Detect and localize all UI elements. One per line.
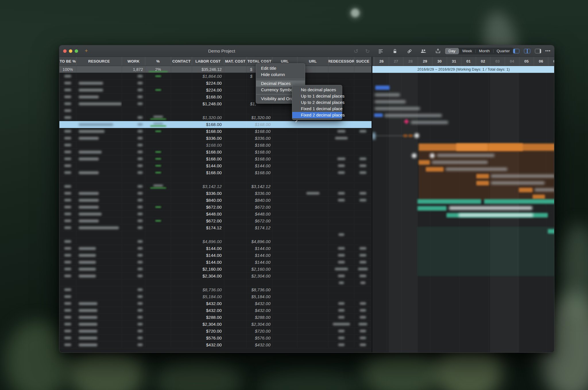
cell-to-be	[59, 162, 76, 169]
gantt-bar[interactable]	[484, 199, 554, 204]
undo-button[interactable]: ↺	[352, 45, 360, 57]
table-row[interactable]: $168.00$168.00	[59, 169, 372, 176]
table-row[interactable]: $2,304.00$2,304.00	[59, 321, 372, 328]
submenu-item-fixed-2-decimal-places[interactable]: Fixed 2 decimal places✓	[292, 112, 342, 118]
submenu-item-fixed-1-decimal-place[interactable]: Fixed 1 decimal place	[292, 106, 342, 112]
table-row[interactable]	[59, 280, 372, 286]
gantt-bar[interactable]	[374, 113, 383, 117]
gantt-bar[interactable]	[417, 199, 481, 204]
table-row[interactable]: $144.00$144.00	[59, 162, 372, 169]
column-header-successors[interactable]: SUCCE	[354, 57, 372, 66]
menu-item-edit-title[interactable]: Edit title	[256, 65, 305, 71]
titlebar[interactable]: + Demo Project ↺ ↻ DayWeekMonthQuarter	[59, 45, 554, 57]
cell-resource	[76, 218, 122, 224]
table-row[interactable]: $5,184.00$5,184.00	[59, 293, 372, 300]
column-header-pct[interactable]: %	[145, 57, 171, 66]
table-row[interactable]: $144.00$144.00	[59, 245, 372, 252]
table-row[interactable]: $168.00$168.00	[59, 121, 372, 128]
table-row[interactable]	[59, 176, 372, 183]
column-header-resource[interactable]: RESOURCE	[76, 57, 122, 66]
table-row[interactable]: $336.00$336.00	[59, 190, 372, 197]
cell-successors	[354, 252, 372, 259]
gantt-bar[interactable]	[548, 229, 554, 234]
view-segment-week[interactable]: Week	[459, 48, 475, 54]
table-row[interactable]: $168.00$168.00	[59, 128, 372, 135]
cell-resource	[76, 80, 122, 86]
redacted-successors	[359, 261, 366, 263]
lock-icon[interactable]	[390, 45, 399, 57]
table-row[interactable]: $448.00$448.00	[59, 211, 372, 218]
cell-contact	[171, 328, 192, 334]
menu-item-hide-column[interactable]: Hide column	[256, 71, 305, 78]
gantt-bar[interactable]	[519, 188, 533, 192]
gantt-bar[interactable]	[426, 167, 444, 172]
zoom-button[interactable]	[75, 49, 78, 53]
column-header-contact[interactable]: CONTACT	[171, 57, 192, 66]
gantt-bar[interactable]	[403, 134, 407, 137]
table-row[interactable]: $288.00$288.00	[59, 314, 372, 321]
column-header-to-be[interactable]: TO BE %	[59, 57, 76, 66]
table-row[interactable]	[59, 231, 372, 238]
layout-split-panel-button[interactable]	[524, 49, 530, 53]
table-row[interactable]: $3,142.12$3,142.12	[59, 183, 372, 190]
more-options-button[interactable]: •••	[545, 45, 551, 57]
view-segment-day[interactable]: Day	[445, 48, 459, 54]
milestone-circle[interactable]	[430, 153, 435, 158]
close-button[interactable]	[63, 49, 67, 53]
gantt-bar[interactable]	[375, 86, 390, 90]
table-row[interactable]: $432.00$432.00	[59, 307, 372, 314]
view-segment-month[interactable]: Month	[475, 48, 493, 54]
panel-fill	[513, 49, 515, 53]
total-cost-value: $720.00	[255, 329, 272, 333]
redacted-resource	[79, 275, 96, 278]
gantt-bar[interactable]	[419, 160, 430, 165]
milestone-circle[interactable]	[414, 133, 419, 138]
table-row[interactable]: $168.00$168.00	[59, 142, 372, 149]
table-row[interactable]: $2,160.00$2,160.00	[59, 266, 372, 273]
submenu-item-up-to-1-decimal-places[interactable]: Up to 1 decimal places	[292, 93, 342, 99]
submenu-item-no-decimal-places[interactable]: No decimal places	[292, 87, 342, 93]
table-row[interactable]: $144.00$144.00	[59, 259, 372, 266]
gantt-bar[interactable]	[409, 134, 413, 137]
cell-successors	[354, 121, 372, 128]
table-row[interactable]: $432.00$432.00	[59, 342, 372, 348]
submenu-item-up-to-2-decimal-places[interactable]: Up to 2 decimal places	[292, 99, 342, 106]
table-row[interactable]: $1,864.00$	[59, 73, 372, 80]
view-segment-quarter[interactable]: Quarter	[493, 48, 513, 54]
column-header-mat-cost[interactable]: MAT. COST	[224, 57, 247, 66]
table-row[interactable]: $336.00$336.00	[59, 135, 372, 142]
table-row[interactable]: $144.00$144.00	[59, 252, 372, 259]
table-row[interactable]: $672.00$672.00	[59, 218, 372, 224]
link-icon[interactable]	[405, 45, 414, 57]
summary-row[interactable]: 100%1,8722%$35,246.12$	[59, 66, 372, 73]
table-row[interactable]: $174.12$174.12	[59, 224, 372, 231]
table-row[interactable]: $2,304.00$2,304.00	[59, 273, 372, 280]
table-row[interactable]: $672.00$672.00	[59, 204, 372, 211]
column-header-predecessors[interactable]: PREDECESSORS	[328, 57, 354, 66]
layout-right-panel-button[interactable]	[535, 49, 541, 53]
add-task-button[interactable]: +	[85, 48, 88, 54]
table-row[interactable]: $8,736.00$8,736.00	[59, 286, 372, 293]
table-row[interactable]: $576.00$576.00	[59, 335, 372, 342]
layout-left-panel-button[interactable]	[513, 49, 519, 53]
redo-button[interactable]: ↻	[363, 45, 372, 57]
outline-view-icon[interactable]	[376, 45, 385, 57]
cell-work	[122, 307, 145, 314]
table-row[interactable]: $168.00$168.00	[59, 156, 372, 162]
table-row[interactable]: $432.00$432.00	[59, 300, 372, 307]
gantt-bar[interactable]	[417, 206, 446, 211]
share-icon[interactable]	[434, 45, 442, 57]
table-row[interactable]: $720.00$720.00	[59, 328, 372, 335]
table-row[interactable]: $168.00$168.00	[59, 149, 372, 156]
minimize-button[interactable]	[69, 49, 72, 53]
panel-fill	[540, 49, 541, 53]
gantt-bar[interactable]	[476, 181, 489, 185]
column-header-work[interactable]: WORK	[122, 57, 145, 66]
milestone-circle[interactable]	[412, 153, 417, 158]
gantt-bar[interactable]	[533, 195, 545, 199]
table-row[interactable]: $4,896.00$4,896.00	[59, 238, 372, 245]
table-row[interactable]: $840.00$840.00	[59, 197, 372, 204]
people-icon[interactable]	[419, 45, 428, 57]
column-header-labor-cost[interactable]: LABOR COST	[192, 57, 224, 66]
gantt-bar[interactable]	[476, 174, 489, 178]
